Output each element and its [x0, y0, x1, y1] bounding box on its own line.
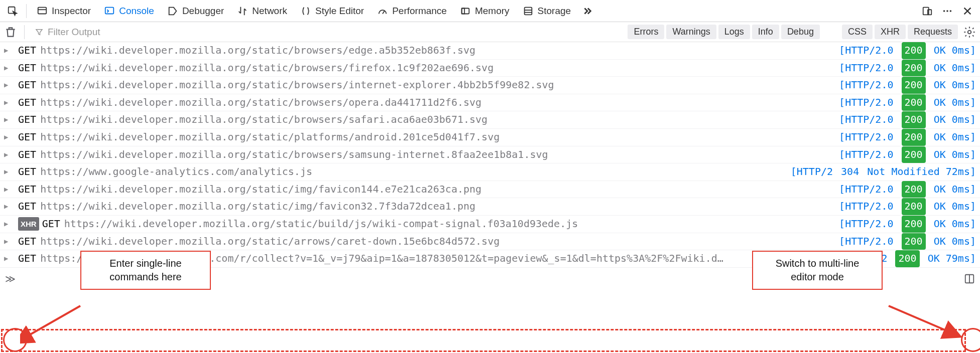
- request-url[interactable]: https://wiki.developer.mozilla.org/stati…: [40, 111, 833, 128]
- http-method: GET: [18, 111, 36, 128]
- expand-arrow-icon[interactable]: ▶: [4, 114, 13, 126]
- log-row[interactable]: ▶GEThttps://wiki.developer.mozilla.org/s…: [0, 198, 980, 216]
- log-row[interactable]: ▶GEThttps://wiki.developer.mozilla.org/s…: [0, 111, 980, 129]
- response-status: [HTTP/2 304 Not Modified 72ms]: [791, 163, 976, 181]
- prompt-icon: ≫: [5, 273, 16, 285]
- toggle-errors[interactable]: Errors: [628, 25, 664, 39]
- console-filterbar: Filter Output Errors Warnings Logs Info …: [0, 22, 980, 42]
- clear-console-button[interactable]: [4, 26, 17, 39]
- funnel-icon: [35, 28, 44, 37]
- http-method: GET: [18, 181, 36, 198]
- filter-output-input[interactable]: Filter Output: [32, 25, 621, 40]
- log-row[interactable]: ▶GEThttps://wiki.developer.mozilla.org/s…: [0, 146, 980, 164]
- http-method: GET: [18, 146, 36, 163]
- http-method: GET: [18, 129, 36, 146]
- tab-storage[interactable]: Storage: [518, 2, 576, 20]
- kebab-menu-button[interactable]: [939, 2, 956, 20]
- svg-point-17: [968, 30, 971, 34]
- svg-rect-5: [462, 8, 469, 14]
- response-status: [HTTP/2.0 200 OK 0ms]: [839, 111, 976, 128]
- toggle-logs[interactable]: Logs: [718, 25, 750, 39]
- expand-arrow-icon[interactable]: ▶: [4, 201, 13, 213]
- http-method: GET: [42, 216, 60, 233]
- log-row[interactable]: ▶GEThttps://wiki.developer.mozilla.org/s…: [0, 181, 980, 199]
- request-url[interactable]: https://wiki.developer.mozilla.org/stati…: [40, 77, 833, 94]
- request-url[interactable]: https://wiki.developer.mozilla.org/stati…: [40, 129, 833, 146]
- filter-placeholder: Filter Output: [48, 27, 100, 38]
- tab-inspector[interactable]: Inspector: [32, 2, 96, 20]
- tab-debugger[interactable]: Debugger: [162, 2, 229, 20]
- http-method: GET: [18, 163, 36, 181]
- response-status: [HTTP/2.0 200 OK 0ms]: [839, 181, 976, 198]
- tab-network[interactable]: Network: [232, 2, 292, 20]
- log-row[interactable]: ▶GEThttps://www.google-analytics.com/ana…: [0, 163, 980, 181]
- responsive-design-button[interactable]: [919, 2, 936, 20]
- request-url[interactable]: https://wiki.developer.mozilla.org/stati…: [40, 60, 833, 77]
- http-method: GET: [18, 198, 36, 215]
- close-devtools-button[interactable]: [959, 2, 976, 20]
- svg-rect-1: [38, 7, 47, 14]
- svg-rect-3: [105, 7, 114, 14]
- expand-arrow-icon[interactable]: ▶: [4, 218, 13, 230]
- filter-toggle-group-1: Errors Warnings Logs Info Debug: [626, 25, 819, 39]
- request-url[interactable]: https://wiki.developer.mozilla.org/stati…: [40, 198, 833, 215]
- expand-arrow-icon[interactable]: ▶: [4, 62, 13, 74]
- response-status: [HTTP/2.0 200 OK 0ms]: [839, 233, 976, 250]
- expand-arrow-icon[interactable]: ▶: [4, 253, 13, 265]
- expand-arrow-icon[interactable]: ▶: [4, 97, 13, 109]
- xhr-badge: XHR: [18, 217, 39, 231]
- response-status: [HTTP/2.0 200 OK 0ms]: [839, 198, 976, 215]
- request-url[interactable]: https://www.google-analytics.com/analyti…: [40, 163, 785, 181]
- pick-element-button[interactable]: [4, 2, 21, 20]
- expand-arrow-icon[interactable]: ▶: [4, 236, 13, 248]
- expand-arrow-icon[interactable]: ▶: [4, 149, 13, 161]
- response-status: [HTTP/2.0 200 OK 0ms]: [839, 129, 976, 146]
- request-url[interactable]: https://wiki.developer.mozilla.org/stati…: [40, 233, 833, 250]
- response-status: [HTTP/2.0 200 OK 0ms]: [839, 146, 976, 163]
- request-url[interactable]: https://wiki.developer.mozilla.org/stati…: [64, 216, 833, 233]
- request-url[interactable]: https://wiki.developer.mozilla.org/stati…: [40, 146, 833, 163]
- console-settings-button[interactable]: [963, 26, 976, 39]
- request-url[interactable]: https://wiki.developer.mozilla.org/stati…: [40, 94, 833, 111]
- toggle-info[interactable]: Info: [752, 25, 779, 39]
- svg-rect-7: [524, 7, 532, 15]
- http-method: GET: [18, 60, 36, 77]
- multiline-toggle-button[interactable]: [964, 273, 975, 284]
- log-row[interactable]: ▶GEThttps://wiki.developer.mozilla.org/s…: [0, 94, 980, 112]
- filter-toggle-group-2: CSS XHR Requests: [840, 25, 958, 39]
- response-status: [HTTP/2.0 200 OK 0ms]: [839, 60, 976, 77]
- request-url[interactable]: https://wiki.developer.mozilla.org/stati…: [40, 42, 833, 59]
- toggle-requests[interactable]: Requests: [908, 25, 958, 39]
- toggle-css[interactable]: CSS: [842, 25, 873, 39]
- log-row[interactable]: ▶GEThttps://wiki.developer.mozilla.org/s…: [0, 129, 980, 146]
- http-method: GET: [18, 250, 36, 267]
- svg-point-12: [943, 10, 945, 12]
- toggle-warnings[interactable]: Warnings: [666, 25, 716, 39]
- expand-arrow-icon[interactable]: ▶: [4, 45, 13, 57]
- log-row[interactable]: ▶GEThttps://wiki.developer.mozilla.org/s…: [0, 42, 980, 60]
- expand-arrow-icon[interactable]: ▶: [4, 184, 13, 196]
- annotation-box-right: Switch to multi-lineeditor mode: [752, 251, 883, 290]
- http-method: GET: [18, 42, 36, 59]
- console-log-list: ▶GEThttps://wiki.developer.mozilla.org/s…: [0, 42, 980, 268]
- tab-performance[interactable]: Performance: [372, 2, 452, 20]
- response-status: [HTTP/2.0 200 OK 0ms]: [839, 216, 976, 233]
- log-row[interactable]: ▶GEThttps://wiki.developer.mozilla.org/s…: [0, 233, 980, 251]
- log-row[interactable]: ▶GEThttps://wiki.developer.mozilla.org/s…: [0, 60, 980, 77]
- expand-arrow-icon[interactable]: ▶: [4, 166, 13, 178]
- http-method: GET: [18, 77, 36, 94]
- tabs-overflow-button[interactable]: [579, 2, 596, 20]
- log-row[interactable]: ▶XHRGEThttps://wiki.developer.mozilla.or…: [0, 216, 980, 233]
- expand-arrow-icon[interactable]: ▶: [4, 131, 13, 143]
- expand-arrow-icon[interactable]: ▶: [4, 79, 13, 91]
- log-row[interactable]: ▶GEThttps://wiki.developer.mozilla.org/s…: [0, 77, 980, 94]
- toggle-xhr[interactable]: XHR: [875, 25, 906, 39]
- tab-style-editor[interactable]: Style Editor: [295, 2, 369, 20]
- tab-memory[interactable]: Memory: [455, 2, 515, 20]
- request-url[interactable]: https://wiki.developer.mozilla.org/stati…: [40, 181, 833, 198]
- toggle-debug[interactable]: Debug: [781, 25, 820, 39]
- annotation-box-left: Enter single-linecommands here: [80, 251, 211, 290]
- tab-console[interactable]: Console: [99, 2, 159, 20]
- response-status: [HTTP/2.0 200 OK 0ms]: [839, 94, 976, 111]
- svg-point-13: [946, 10, 948, 12]
